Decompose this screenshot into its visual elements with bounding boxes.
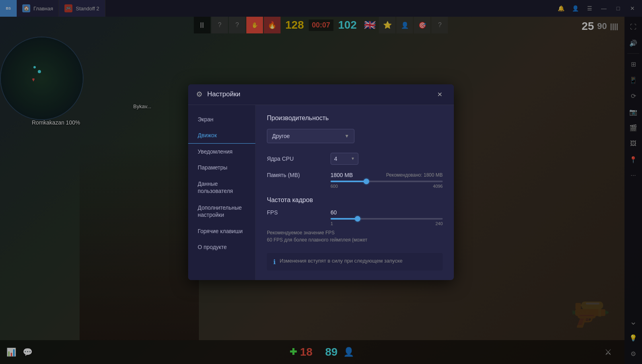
fps-label: FPS (267, 209, 331, 216)
memory-min-label: 600 (331, 184, 338, 189)
memory-slider-track (331, 181, 443, 182)
fps-row: FPS 60 1 240 (267, 209, 443, 226)
preset-dropdown[interactable]: Другое ▼ (267, 129, 354, 143)
info-icon: ℹ (273, 258, 276, 266)
nav-userdata[interactable]: Данные пользователя (188, 175, 255, 199)
dialog-header: ⚙ Настройки ✕ (188, 84, 454, 105)
notice-bar: ℹ Изменения вступят в силу при следующем… (267, 253, 443, 271)
nav-hotkeys[interactable]: Горячие клавиши (188, 223, 255, 239)
fps-recommend-detail: 60 FPS для более плавного геймплея (може… (267, 236, 443, 243)
memory-slider-fill (331, 181, 366, 182)
memory-recommend: Рекомендовано: 1800 MB (386, 172, 443, 178)
cpu-stepper[interactable]: 4 ▼ (331, 153, 358, 165)
notice-text: Изменения вступят в силу при следующем з… (280, 258, 403, 264)
memory-slider-area: 600 4096 (267, 181, 443, 189)
memory-max-label: 4096 (433, 184, 443, 189)
nav-engine[interactable]: Движок (188, 127, 255, 144)
fps-slider-fill (331, 218, 358, 220)
fps-value: 60 (331, 209, 362, 216)
nav-params[interactable]: Параметры (188, 160, 255, 175)
fps-slider-area: 1 240 (267, 218, 443, 226)
stepper-arrow-icon: ▼ (351, 156, 355, 161)
fps-section-title: Частота кадров (267, 197, 443, 204)
fps-header: FPS 60 (267, 209, 443, 216)
memory-row: Память (MB) 1800 MB Рекомендовано: 1800 … (267, 172, 443, 189)
settings-dialog: ⚙ Настройки ✕ Экран Движок Уведомления П… (188, 84, 454, 280)
memory-slider-labels: 600 4096 (331, 184, 443, 189)
fps-slider-container: 1 240 (331, 218, 443, 226)
settings-content: Производительность Другое ▼ Ядра CPU 4 ▼ (256, 105, 454, 280)
chevron-down-icon: ▼ (344, 133, 349, 139)
dialog-close-button[interactable]: ✕ (433, 88, 446, 101)
dialog-title: Настройки (207, 90, 433, 98)
preset-dropdown-wrapper: Другое ▼ (267, 129, 443, 143)
performance-title: Производительность (267, 115, 443, 122)
fps-min-label: 1 (331, 221, 333, 226)
cpu-label: Ядра CPU (267, 156, 331, 162)
dialog-body: Экран Движок Уведомления Параметры Данны… (188, 105, 454, 280)
memory-label: Память (MB) (267, 172, 331, 178)
fps-max-label: 240 (436, 221, 443, 226)
cpu-value: 4 (334, 156, 337, 162)
fps-slider-track (331, 218, 443, 220)
fps-slider-labels: 1 240 (331, 221, 443, 226)
memory-header: Память (MB) 1800 MB Рекомендовано: 1800 … (267, 172, 443, 178)
memory-slider-thumb[interactable] (364, 179, 369, 184)
fps-section: Частота кадров FPS 60 (267, 197, 443, 243)
memory-value: 1800 MB (331, 172, 362, 178)
preset-value: Другое (272, 133, 290, 139)
cpu-cores-row: Ядра CPU 4 ▼ (267, 153, 443, 165)
memory-slider-container: 600 4096 (331, 181, 443, 189)
fps-slider-thumb[interactable] (355, 216, 360, 222)
fps-recommend-title: Рекомендуемое значение FPS (267, 229, 443, 236)
fps-recommend-text: Рекомендуемое значение FPS 60 FPS для бо… (267, 229, 443, 243)
settings-gear-icon: ⚙ (196, 90, 202, 99)
nav-advanced[interactable]: Дополнительные настройки (188, 199, 255, 223)
settings-nav: Экран Движок Уведомления Параметры Данны… (188, 105, 256, 280)
nav-notifications[interactable]: Уведомления (188, 144, 255, 160)
modal-overlay: ⚙ Настройки ✕ Экран Движок Уведомления П… (0, 0, 642, 364)
nav-about[interactable]: О продукте (188, 239, 255, 255)
nav-screen[interactable]: Экран (188, 111, 255, 127)
